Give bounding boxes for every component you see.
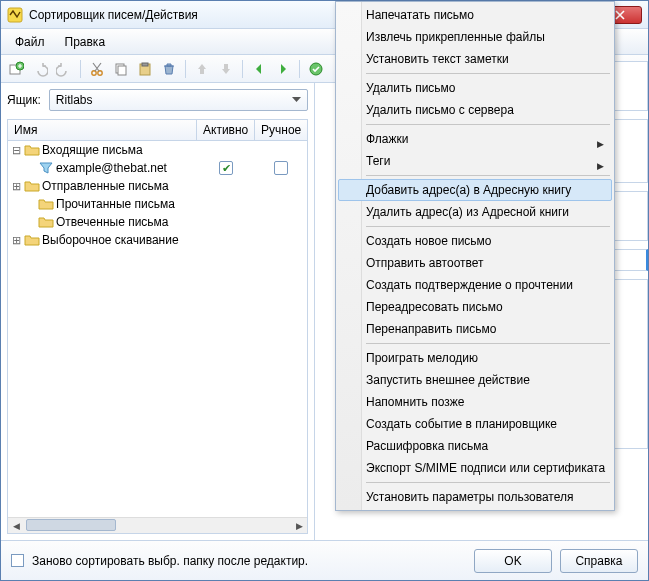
tree-row-example[interactable]: · example@thebat.net bbox=[8, 159, 307, 177]
menu-del-address[interactable]: Удалить адрес(а) из Адресной книги bbox=[338, 201, 612, 223]
menu-extern[interactable]: Запустить внешнее действие bbox=[338, 369, 612, 391]
collapse-icon[interactable]: ⊟ bbox=[10, 145, 22, 156]
menu-setnote[interactable]: Установить текст заметки bbox=[338, 48, 612, 70]
menu-tags[interactable]: Теги bbox=[338, 150, 612, 172]
context-menu: Напечатать письмо Извлечь прикрепленные … bbox=[335, 1, 615, 511]
menu-confirm[interactable]: Создать подтверждение о прочтении bbox=[338, 274, 612, 296]
svg-rect-9 bbox=[200, 69, 204, 74]
apply-button[interactable] bbox=[305, 58, 327, 80]
column-active[interactable]: Активно bbox=[197, 120, 255, 140]
resort-checkbox[interactable] bbox=[11, 554, 24, 567]
scroll-left-icon[interactable]: ◀ bbox=[8, 519, 24, 533]
scrollbar-thumb[interactable] bbox=[26, 519, 116, 531]
menu-file[interactable]: Файл bbox=[5, 31, 55, 53]
next-button[interactable] bbox=[272, 58, 294, 80]
menu-redirect[interactable]: Перенаправить письмо bbox=[338, 318, 612, 340]
column-manual[interactable]: Ручное bbox=[255, 120, 307, 140]
menu-autoreply[interactable]: Отправить автоответ bbox=[338, 252, 612, 274]
svg-point-3 bbox=[92, 70, 96, 74]
menu-delete[interactable]: Удалить письмо bbox=[338, 77, 612, 99]
menu-decrypt[interactable]: Расшифровка письма bbox=[338, 435, 612, 457]
box-label: Ящик: bbox=[7, 93, 41, 107]
resort-label: Заново сортировать выбр. папку после ред… bbox=[32, 554, 308, 568]
svg-rect-6 bbox=[118, 66, 126, 75]
menu-print[interactable]: Напечатать письмо bbox=[338, 4, 612, 26]
folder-icon bbox=[24, 178, 40, 194]
cut-button[interactable] bbox=[86, 58, 108, 80]
menu-edit[interactable]: Правка bbox=[55, 31, 116, 53]
column-name[interactable]: Имя bbox=[8, 120, 197, 140]
right-strip bbox=[614, 29, 648, 540]
account-combo[interactable]: Ritlabs bbox=[49, 89, 308, 111]
menu-add-address[interactable]: Добавить адрес(а) в Адресную книгу bbox=[338, 179, 612, 201]
svg-rect-8 bbox=[142, 63, 148, 66]
tree-row-answered[interactable]: · Отвеченные письма bbox=[8, 213, 307, 231]
expand-icon[interactable]: ⊞ bbox=[10, 181, 22, 192]
svg-rect-10 bbox=[224, 64, 228, 69]
tree-row-sent[interactable]: ⊞ Отправленные письма bbox=[8, 177, 307, 195]
menu-readdress[interactable]: Переадресовать письмо bbox=[338, 296, 612, 318]
tree-row-read[interactable]: · Прочитанные письма bbox=[8, 195, 307, 213]
active-checkbox[interactable] bbox=[219, 161, 233, 175]
app-icon bbox=[7, 7, 23, 23]
scroll-right-icon[interactable]: ▶ bbox=[291, 519, 307, 533]
menu-smime[interactable]: Экспорт S/MIME подписи или сертификата bbox=[338, 457, 612, 479]
move-down-button[interactable] bbox=[215, 58, 237, 80]
svg-point-4 bbox=[98, 70, 102, 74]
menu-extract[interactable]: Извлечь прикрепленные файлы bbox=[338, 26, 612, 48]
ok-button[interactable]: OK bbox=[474, 549, 552, 573]
chevron-down-icon bbox=[292, 97, 301, 103]
folder-icon bbox=[24, 142, 40, 158]
menu-new-msg[interactable]: Создать новое письмо bbox=[338, 230, 612, 252]
left-pane: Ящик: Ritlabs Имя Активно Ручное ⊟ Входя… bbox=[1, 83, 315, 540]
menu-play[interactable]: Проиграть мелодию bbox=[338, 347, 612, 369]
menu-flags[interactable]: Флажки bbox=[338, 128, 612, 150]
tree-body: ⊟ Входящие письма · example@thebat.net ⊞… bbox=[7, 141, 308, 534]
tree-header: Имя Активно Ручное bbox=[7, 119, 308, 141]
copy-button[interactable] bbox=[110, 58, 132, 80]
filter-icon bbox=[38, 160, 54, 176]
horizontal-scrollbar[interactable]: ◀ ▶ bbox=[8, 517, 307, 533]
manual-checkbox[interactable] bbox=[274, 161, 288, 175]
folder-icon bbox=[38, 214, 54, 230]
folder-icon bbox=[24, 232, 40, 248]
new-filter-button[interactable] bbox=[5, 58, 27, 80]
undo-button[interactable] bbox=[29, 58, 51, 80]
menu-delete-server[interactable]: Удалить письмо с сервера bbox=[338, 99, 612, 121]
delete-button[interactable] bbox=[158, 58, 180, 80]
folder-icon bbox=[38, 196, 54, 212]
redo-button[interactable] bbox=[53, 58, 75, 80]
help-button[interactable]: Справка bbox=[560, 549, 638, 573]
footer: Заново сортировать выбр. папку после ред… bbox=[1, 540, 648, 580]
prev-button[interactable] bbox=[248, 58, 270, 80]
move-up-button[interactable] bbox=[191, 58, 213, 80]
tree-row-incoming[interactable]: ⊟ Входящие письма bbox=[8, 141, 307, 159]
menu-schedule[interactable]: Создать событие в планировщике bbox=[338, 413, 612, 435]
menu-userparams[interactable]: Установить параметры пользователя bbox=[338, 486, 612, 508]
paste-button[interactable] bbox=[134, 58, 156, 80]
tree-row-selective[interactable]: ⊞ Выборочное скачивание bbox=[8, 231, 307, 249]
account-combo-value: Ritlabs bbox=[56, 93, 93, 107]
menu-remind[interactable]: Напомнить позже bbox=[338, 391, 612, 413]
expand-icon[interactable]: ⊞ bbox=[10, 235, 22, 246]
